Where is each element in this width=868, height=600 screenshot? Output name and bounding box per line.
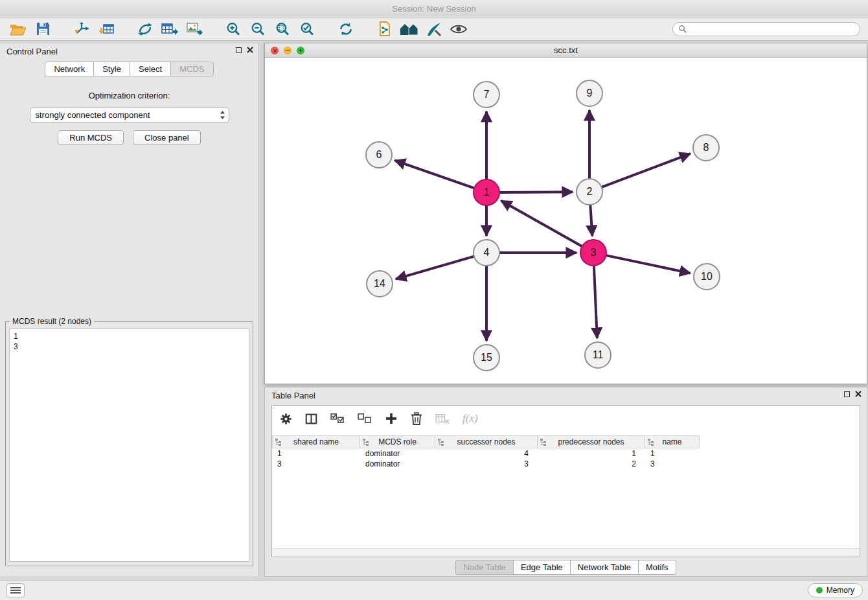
clear-selection-button[interactable] [358,413,372,424]
apply-layout-button[interactable] [336,20,356,38]
table-settings-button[interactable] [280,413,292,425]
graph-node-10[interactable]: 10 [694,264,720,290]
mcds-result-item[interactable]: 1 [14,331,245,341]
mcds-result-item[interactable]: 3 [14,341,245,352]
graph-node-8[interactable]: 8 [693,135,719,161]
close-panel-button[interactable]: Close panel [133,130,201,145]
window-title: Session: New Session [392,4,475,14]
svg-text:4: 4 [484,247,490,258]
minimize-window-button[interactable] [284,47,291,54]
search-box[interactable] [672,22,860,36]
graph-node-14[interactable]: 14 [367,271,393,297]
column-header-MCDS-role[interactable]: MCDS role [360,435,435,448]
zoom-out-button[interactable] [247,20,268,38]
select-all-button[interactable] [330,413,345,424]
main-toolbar [0,17,868,41]
status-bar: Memory [0,580,868,600]
tab-network[interactable]: Network [45,62,94,76]
tab-mcds[interactable]: MCDS [170,62,213,76]
zoom-selected-button[interactable] [297,20,317,38]
brush-icon [427,22,442,36]
zoom-in-button[interactable] [223,20,244,38]
optimization-select[interactable]: strongly connected component [30,108,229,122]
table-row[interactable]: 3dominator323 [272,459,860,469]
import-network-button[interactable] [71,20,92,38]
column-tree-icon [540,439,547,446]
table-cell: 1 [272,448,360,459]
houses-icon [400,23,419,36]
svg-text:11: 11 [593,349,604,360]
edge-1-2[interactable] [499,192,573,192]
tab-edge-table[interactable]: Edge Table [513,560,571,575]
show-hide-graphics-button[interactable] [448,20,469,38]
svg-text:7: 7 [484,89,490,100]
columns-icon [305,413,317,425]
zoom-window-button[interactable] [297,47,304,54]
column-header-successor-nodes[interactable]: successor nodes [435,435,538,448]
export-table-button[interactable] [159,20,180,38]
graph-node-15[interactable]: 15 [474,345,499,371]
close-window-button[interactable] [271,47,279,54]
graph-node-3[interactable]: 3 [580,240,606,266]
home-button[interactable] [399,20,420,38]
network-canvas-svg[interactable]: 7968124314101511 [265,58,867,384]
tab-select[interactable]: Select [130,62,171,76]
edge-3-10[interactable] [606,255,691,273]
graph-node-7[interactable]: 7 [474,82,499,108]
graph-node-11[interactable]: 11 [585,342,611,368]
graph-node-6[interactable]: 6 [366,142,392,168]
open-session-button[interactable] [8,20,29,38]
graph-node-9[interactable]: 9 [577,80,602,106]
float-table-panel-icon[interactable] [844,391,850,397]
svg-text:3: 3 [591,247,597,258]
tab-style[interactable]: Style [93,62,130,76]
network-window: scc.txt 7968124314101511 [264,43,867,384]
graph-node-2[interactable]: 2 [577,179,602,205]
edge-1-6[interactable] [395,161,475,189]
graph-node-1[interactable]: 1 [474,179,499,205]
new-network-button[interactable] [135,20,155,38]
import-table-button[interactable] [96,20,117,38]
network-window-titlebar: scc.txt [265,43,867,58]
edge-2-8[interactable] [602,154,691,187]
float-panel-icon[interactable] [236,47,242,53]
column-header-shared-name[interactable]: shared name [272,435,360,448]
table-header-row: shared nameMCDS rolesuccessor nodesprede… [272,435,860,448]
edge-4-14[interactable] [396,257,474,279]
edge-3-11[interactable] [594,266,597,338]
edge-3-1[interactable] [501,201,582,246]
task-history-button[interactable] [6,583,25,597]
export-image-button[interactable] [184,20,205,38]
tab-node-table[interactable]: Node Table [455,560,514,575]
column-header-name[interactable]: name [645,435,700,448]
search-input[interactable] [690,25,854,34]
edge-2-3[interactable] [590,205,592,236]
close-panel-icon[interactable] [247,47,253,53]
close-table-panel-icon[interactable] [855,391,862,397]
duplicate-network-button[interactable] [374,20,395,38]
graph-node-4[interactable]: 4 [474,240,499,266]
tab-network-table[interactable]: Network Table [570,560,639,575]
optimization-select-value: strongly connected component [36,110,150,120]
delete-table-button[interactable] [435,413,450,424]
memory-button[interactable]: Memory [808,583,863,597]
save-session-button[interactable] [32,20,53,38]
add-column-button[interactable] [385,412,398,425]
column-tree-icon [275,439,282,446]
table-row[interactable]: 1dominator411 [272,448,860,459]
network-arrows-icon [137,22,153,36]
zoom-fit-button[interactable] [272,20,293,38]
mcds-result-list[interactable]: 13 [9,329,249,562]
control-panel: Control Panel Network Style Select MCDS … [0,43,259,576]
tab-motifs[interactable]: Motifs [638,560,676,575]
svg-text:15: 15 [481,352,492,363]
toggle-columns-button[interactable] [305,413,317,425]
table-cell: 4 [435,448,538,459]
column-header-predecessor-nodes[interactable]: predecessor nodes [538,435,645,448]
run-mcds-button[interactable]: Run MCDS [58,130,124,145]
paint-style-button[interactable] [424,20,444,38]
function-builder-button[interactable]: f(x) [463,412,478,425]
table-horizontal-scrollbar[interactable] [272,548,860,557]
delete-column-button[interactable] [411,412,422,425]
import-network-icon [74,22,89,36]
